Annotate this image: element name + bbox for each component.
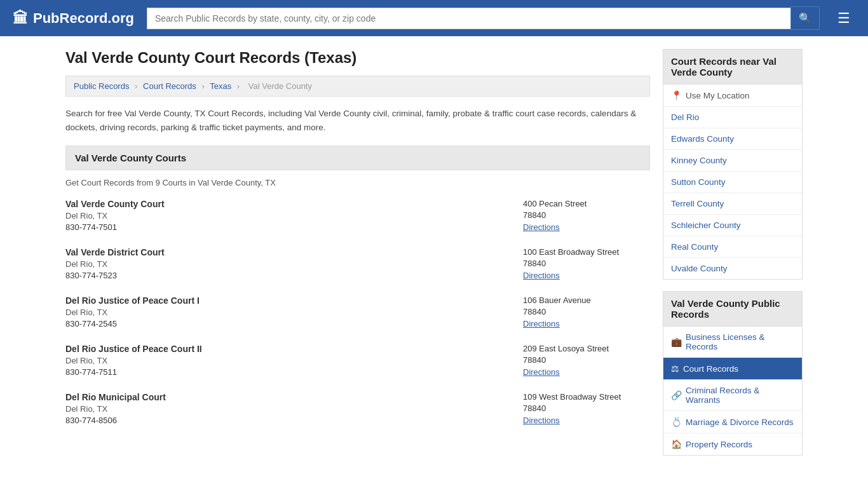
hamburger-icon: ☰ [837,10,850,26]
court-street: 100 East Broadway Street [523,247,650,257]
court-entry: Del Rio Justice of Peace Court I Del Rio… [65,295,650,329]
breadcrumb-court-records[interactable]: Court Records [143,81,196,91]
record-type-label: Court Records [683,364,738,374]
court-phone: 830-774-7511 [65,367,202,377]
nearby-list-item[interactable]: Terrell County [663,193,802,215]
court-phone: 830-774-8506 [65,416,166,425]
public-records-header: Val Verde County Public Records [663,291,803,327]
search-input[interactable] [147,8,790,29]
public-records-list-item[interactable]: 🏠Property Records [663,433,802,455]
nearby-list-item[interactable]: Edwards County [663,128,802,150]
court-street: 109 West Broadway Street [523,392,650,402]
record-type-label: Business Licenses & Records [686,332,794,351]
court-zip: 78840 [523,259,650,268]
sidebar: Court Records near Val Verde County 📍 Us… [663,49,803,456]
court-street: 106 Bauer Avenue [523,295,650,305]
search-icon: 🔍 [799,13,811,24]
courts-list: Val Verde County Court Del Rio, TX 830-7… [65,199,650,425]
search-area: 🔍 [147,6,820,30]
court-name: Del Rio Justice of Peace Court I [65,295,200,306]
court-phone: 830-774-2545 [65,319,200,329]
breadcrumb: Public Records › Court Records › Texas ›… [65,76,650,97]
public-records-list-item[interactable]: 💍Marriage & Divorce Records [663,411,802,433]
location-icon: 📍 [671,90,682,100]
court-entry: Del Rio Municipal Court Del Rio, TX 830-… [65,392,650,425]
directions-link[interactable]: Directions [523,367,560,377]
directions-link[interactable]: Directions [523,416,560,425]
logo-icon: 🏛 [13,10,28,27]
court-entry: Val Verde County Court Del Rio, TX 830-7… [65,199,650,232]
court-entry: Del Rio Justice of Peace Court II Del Ri… [65,344,650,377]
record-type-label: Criminal Records & Warrants [686,386,794,405]
search-button[interactable]: 🔍 [790,6,820,30]
use-location-label: Use My Location [686,91,750,100]
court-phone: 830-774-7501 [65,222,165,232]
record-type-icon: 🔗 [671,390,682,400]
nearby-list: 📍 Use My Location Del RioEdwards CountyK… [663,85,803,280]
court-address: 100 East Broadway Street 78840 Direction… [523,247,650,280]
court-city: Del Rio, TX [65,356,202,365]
court-street: 209 East Losoya Street [523,344,650,353]
nearby-list-item[interactable]: Schleicher County [663,215,802,236]
court-address: 109 West Broadway Street 78840 Direction… [523,392,650,425]
record-type-icon: 💼 [671,337,682,347]
court-zip: 78840 [523,210,650,220]
record-type-label: Marriage & Divorce Records [686,417,794,427]
court-address: 209 East Losoya Street 78840 Directions [523,344,650,377]
court-name: Val Verde District Court [65,247,165,257]
court-name: Del Rio Justice of Peace Court II [65,344,202,354]
court-address: 400 Pecan Street 78840 Directions [523,199,650,232]
court-address: 106 Bauer Avenue 78840 Directions [523,295,650,329]
public-records-list-item[interactable]: 🔗Criminal Records & Warrants [663,380,802,411]
record-type-icon: ⚖ [671,363,679,374]
public-records-list-item[interactable]: ⚖Court Records [663,358,802,380]
court-name: Val Verde County Court [65,199,165,209]
nearby-list-item[interactable]: Uvalde County [663,258,802,279]
page-title: Val Verde County Court Records (Texas) [65,49,650,67]
nearby-list-item[interactable]: Del Rio [663,107,802,128]
court-phone: 830-774-7523 [65,271,165,280]
directions-link[interactable]: Directions [523,222,560,232]
logo-text: PubRecord.org [33,10,134,27]
breadcrumb-sep-2: › [201,81,204,91]
breadcrumb-sep-1: › [135,81,137,91]
public-records-list: 💼Business Licenses & Records⚖Court Recor… [663,327,803,456]
court-city: Del Rio, TX [65,211,165,220]
menu-button[interactable]: ☰ [832,8,855,29]
court-street: 400 Pecan Street [523,199,650,208]
court-name: Del Rio Municipal Court [65,392,166,402]
record-type-label: Property Records [686,440,752,449]
court-city: Del Rio, TX [65,308,200,317]
court-info: Val Verde County Court Del Rio, TX 830-7… [65,199,165,232]
directions-link[interactable]: Directions [523,319,560,329]
breadcrumb-sep-3: › [237,81,240,91]
courts-section-header: Val Verde County Courts [65,146,650,170]
breadcrumb-public-records[interactable]: Public Records [74,81,129,91]
nearby-list-item[interactable]: Sutton County [663,172,802,193]
court-entry: Val Verde District Court Del Rio, TX 830… [65,247,650,280]
directions-link[interactable]: Directions [523,271,560,280]
nearby-list-item[interactable]: Kinney County [663,150,802,172]
site-header: 🏛 PubRecord.org 🔍 ☰ [0,0,868,36]
court-zip: 78840 [523,307,650,316]
court-info: Val Verde District Court Del Rio, TX 830… [65,247,165,280]
court-city: Del Rio, TX [65,404,166,414]
court-info: Del Rio Municipal Court Del Rio, TX 830-… [65,392,166,425]
record-type-icon: 🏠 [671,439,682,449]
courts-subtext: Get Court Records from 9 Courts in Val V… [65,178,650,187]
nearby-header: Court Records near Val Verde County [663,49,803,85]
public-records-list-item[interactable]: 💼Business Licenses & Records [663,327,802,358]
main-container: Val Verde County Court Records (Texas) P… [53,36,815,468]
page-description: Search for free Val Verde County, TX Cou… [65,107,650,134]
site-logo[interactable]: 🏛 PubRecord.org [13,10,134,27]
breadcrumb-texas[interactable]: Texas [210,81,231,91]
court-zip: 78840 [523,355,650,365]
content-area: Val Verde County Court Records (Texas) P… [65,49,650,456]
court-info: Del Rio Justice of Peace Court II Del Ri… [65,344,202,377]
nearby-list-item[interactable]: Real County [663,236,802,258]
use-my-location[interactable]: 📍 Use My Location [663,85,802,107]
court-zip: 78840 [523,403,650,413]
record-type-icon: 💍 [671,417,682,427]
court-city: Del Rio, TX [65,259,165,269]
breadcrumb-val-verde: Val Verde County [248,81,312,91]
